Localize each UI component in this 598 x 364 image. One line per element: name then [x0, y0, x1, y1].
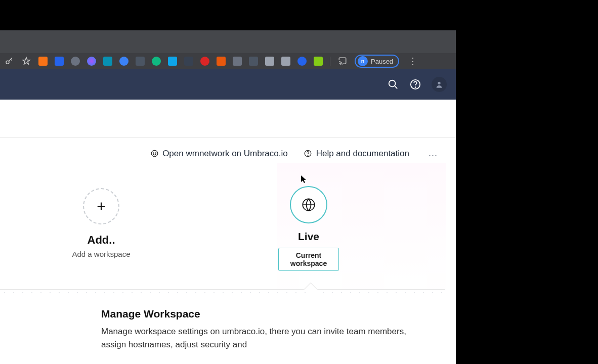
- svg-point-4: [438, 82, 440, 84]
- extension-icon[interactable]: [314, 57, 323, 66]
- app-header: [0, 69, 456, 100]
- content-top-spacer: [0, 100, 456, 138]
- browser-toolbar: n Paused ⋮: [0, 53, 456, 69]
- help-docs-label: Help and documentation: [316, 149, 409, 159]
- key-icon[interactable]: [4, 56, 14, 66]
- extension-icon[interactable]: [152, 57, 161, 66]
- extension-icon[interactable]: [136, 57, 145, 66]
- more-actions-button[interactable]: ...: [425, 148, 441, 159]
- extension-icon[interactable]: [87, 57, 96, 66]
- open-project-label: Open wmnetwork on Umbraco.io: [162, 149, 288, 159]
- add-circle-icon: +: [83, 188, 119, 224]
- extension-icon[interactable]: [200, 57, 209, 66]
- svg-point-3: [415, 87, 416, 87]
- extension-icon[interactable]: [103, 57, 112, 66]
- search-icon[interactable]: [387, 78, 399, 90]
- extension-icon[interactable]: [184, 57, 193, 66]
- browser-menu-icon[interactable]: ⋮: [406, 56, 419, 67]
- profile-badge-icon: n: [358, 56, 368, 66]
- tab-strip: [0, 30, 456, 53]
- extension-icon[interactable]: [119, 57, 129, 66]
- plus-icon: +: [97, 199, 106, 214]
- profile-paused-chip[interactable]: n Paused: [355, 55, 399, 68]
- extension-icon[interactable]: [249, 57, 258, 66]
- open-project-link[interactable]: Open wmnetwork on Umbraco.io: [150, 149, 288, 159]
- extension-icon[interactable]: [168, 57, 177, 66]
- extension-icon[interactable]: [71, 57, 80, 66]
- manage-workspace-title: Manage Workspace: [101, 308, 427, 320]
- add-card-subtitle: Add a workspace: [71, 250, 132, 258]
- extension-icon[interactable]: [55, 57, 64, 66]
- content-area: Open wmnetwork on Umbraco.io Help and do…: [0, 100, 456, 364]
- cast-icon[interactable]: [337, 56, 348, 66]
- toolbar-separator: [330, 57, 330, 66]
- decorative-dot-strip: [0, 290, 445, 296]
- manage-workspace-body: Manage workspace settings on umbraco.io,…: [101, 325, 415, 351]
- extension-icon[interactable]: [297, 57, 307, 66]
- add-workspace-card[interactable]: + Add.. Add a workspace: [71, 188, 132, 258]
- extension-icon[interactable]: [265, 57, 274, 66]
- extension-icon[interactable]: [38, 57, 48, 66]
- manage-workspace-panel: Manage Workspace Manage workspace settin…: [0, 289, 445, 364]
- globe-circle-icon: [290, 186, 327, 223]
- browser-window: n Paused ⋮ Open wmnetwork on Umbraco.io: [0, 30, 456, 364]
- current-workspace-badge: Current workspace: [278, 248, 339, 271]
- help-icon[interactable]: [409, 78, 421, 90]
- avatar[interactable]: [432, 77, 447, 92]
- profile-paused-label: Paused: [371, 58, 393, 65]
- extension-icon[interactable]: [233, 57, 242, 66]
- help-docs-link[interactable]: Help and documentation: [304, 149, 409, 159]
- mouse-cursor-icon: [301, 175, 307, 185]
- star-icon[interactable]: [21, 56, 31, 66]
- svg-point-1: [389, 80, 396, 87]
- add-card-title: Add..: [71, 234, 132, 247]
- umbraco-icon: [150, 150, 158, 158]
- extension-icon[interactable]: [281, 57, 290, 66]
- action-links-row: Open wmnetwork on Umbraco.io Help and do…: [0, 148, 456, 159]
- help-circle-icon: [304, 150, 312, 158]
- live-card-title: Live: [278, 231, 339, 243]
- live-workspace-card[interactable]: Live Current workspace: [278, 186, 339, 271]
- svg-point-0: [6, 61, 9, 64]
- extension-icon[interactable]: [217, 57, 226, 66]
- svg-point-5: [151, 150, 158, 157]
- svg-point-7: [308, 155, 308, 156]
